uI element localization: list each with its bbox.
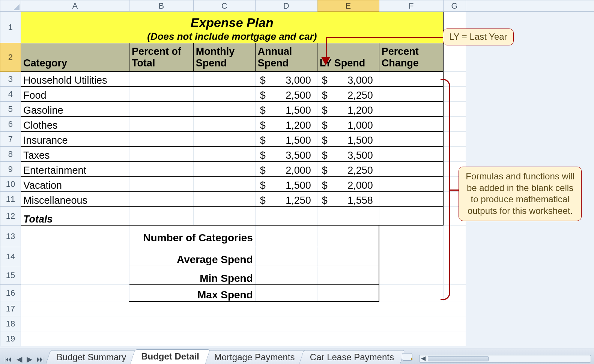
cell-A14[interactable] xyxy=(21,247,129,266)
col-header-C[interactable]: C xyxy=(193,0,255,12)
row-header-6[interactable]: 6 xyxy=(0,117,21,132)
cell-row19[interactable] xyxy=(21,331,466,346)
cell-E11[interactable]: $1,558 xyxy=(317,192,379,207)
cell-B4[interactable] xyxy=(129,87,193,102)
row-header-18[interactable]: 18 xyxy=(0,316,21,331)
cell-A15[interactable] xyxy=(21,266,129,285)
cell-title[interactable]: Expense Plan (Does not include mortgage … xyxy=(21,12,443,43)
cell-C10[interactable] xyxy=(193,177,255,192)
cell-F10[interactable] xyxy=(379,177,443,192)
cell-D8[interactable]: $3,500 xyxy=(255,147,317,162)
cell-D11[interactable]: $1,250 xyxy=(255,192,317,207)
row-header-8[interactable]: 8 xyxy=(0,147,21,162)
row-header-5[interactable]: 5 xyxy=(0,102,21,117)
cell-D16[interactable] xyxy=(255,285,317,301)
cell-B10[interactable] xyxy=(129,177,193,192)
cell-F11[interactable] xyxy=(379,192,443,207)
cell-A7[interactable]: Insurance xyxy=(21,132,129,147)
cell-D3[interactable]: $3,000 xyxy=(255,72,317,87)
cell-D2[interactable]: Annual Spend xyxy=(255,43,317,72)
cell-E5[interactable]: $1,200 xyxy=(317,102,379,117)
row-header-1[interactable]: 1 xyxy=(0,12,21,43)
cell-F12[interactable] xyxy=(379,207,443,226)
cell-B11[interactable] xyxy=(129,192,193,207)
cell-B3[interactable] xyxy=(129,72,193,87)
cell-C12[interactable] xyxy=(193,207,255,226)
cell-C8[interactable] xyxy=(193,147,255,162)
cell-BC16[interactable]: Max Spend xyxy=(129,285,255,301)
cell-B8[interactable] xyxy=(129,147,193,162)
cell-F4[interactable] xyxy=(379,87,443,102)
cell-F5[interactable] xyxy=(379,102,443,117)
cell-E7[interactable]: $1,500 xyxy=(317,132,379,147)
cell-A12[interactable]: Totals xyxy=(21,207,129,226)
row-header-7[interactable]: 7 xyxy=(0,132,21,147)
cell-D12[interactable] xyxy=(255,207,317,226)
col-header-A[interactable]: A xyxy=(21,0,129,12)
cell-F15[interactable] xyxy=(379,266,443,285)
row-header-4[interactable]: 4 xyxy=(0,87,21,102)
cell-D13[interactable] xyxy=(255,226,317,247)
cell-A16[interactable] xyxy=(21,285,129,301)
cell-D14[interactable] xyxy=(255,247,317,266)
cell-E4[interactable]: $2,250 xyxy=(317,87,379,102)
cell-A2[interactable]: Category xyxy=(21,43,129,72)
col-header-F[interactable]: F xyxy=(379,0,443,12)
cell-C3[interactable] xyxy=(193,72,255,87)
cell-E16[interactable] xyxy=(317,285,379,301)
cell-F2[interactable]: Percent Change xyxy=(379,43,443,72)
cell-F13[interactable] xyxy=(379,226,443,247)
row-header-13[interactable]: 13 xyxy=(0,226,21,247)
cell-row17[interactable] xyxy=(21,301,466,316)
cell-C6[interactable] xyxy=(193,117,255,132)
row-header-15[interactable]: 15 xyxy=(0,266,21,285)
row-header-10[interactable]: 10 xyxy=(0,177,21,192)
cell-E6[interactable]: $1,000 xyxy=(317,117,379,132)
tab-nav-next-icon[interactable]: ▶ xyxy=(27,355,32,363)
row-header-14[interactable]: 14 xyxy=(0,247,21,266)
row-header-12[interactable]: 12 xyxy=(0,207,21,226)
cell-A4[interactable]: Food xyxy=(21,87,129,102)
cell-E10[interactable]: $2,000 xyxy=(317,177,379,192)
cell-E3[interactable]: $3,000 xyxy=(317,72,379,87)
row-header-9[interactable]: 9 xyxy=(0,162,21,177)
cell-C2[interactable]: Monthly Spend xyxy=(193,43,255,72)
cell-A6[interactable]: Clothes xyxy=(21,117,129,132)
cell-F7[interactable] xyxy=(379,132,443,147)
cell-F6[interactable] xyxy=(379,117,443,132)
row-header-16[interactable]: 16 xyxy=(0,285,21,301)
cell-D4[interactable]: $2,500 xyxy=(255,87,317,102)
cell-E15[interactable] xyxy=(317,266,379,285)
cell-D5[interactable]: $1,500 xyxy=(255,102,317,117)
cell-C4[interactable] xyxy=(193,87,255,102)
cell-A11[interactable]: Miscellaneous xyxy=(21,192,129,207)
cell-C7[interactable] xyxy=(193,132,255,147)
cell-A13[interactable] xyxy=(21,226,129,247)
cell-E14[interactable] xyxy=(317,247,379,266)
col-header-E[interactable]: E xyxy=(317,0,379,12)
tab-budget-detail[interactable]: Budget Detail xyxy=(130,349,210,364)
cell-B5[interactable] xyxy=(129,102,193,117)
cell-F9[interactable] xyxy=(379,162,443,177)
cell-D7[interactable]: $1,500 xyxy=(255,132,317,147)
cell-E9[interactable]: $2,250 xyxy=(317,162,379,177)
row-header-11[interactable]: 11 xyxy=(0,192,21,207)
cell-BC13[interactable]: Number of Categories xyxy=(129,226,255,247)
cell-C9[interactable] xyxy=(193,162,255,177)
cell-A10[interactable]: Vacation xyxy=(21,177,129,192)
cell-D6[interactable]: $1,200 xyxy=(255,117,317,132)
cell-F8[interactable] xyxy=(379,147,443,162)
cell-F3[interactable] xyxy=(379,72,443,87)
cell-BC14[interactable]: Average Spend xyxy=(129,247,255,266)
col-header-D[interactable]: D xyxy=(255,0,317,12)
cell-F16[interactable] xyxy=(379,285,443,301)
cell-D9[interactable]: $2,000 xyxy=(255,162,317,177)
cell-A3[interactable]: Household Utilities xyxy=(21,72,129,87)
cell-A5[interactable]: Gasoline xyxy=(21,102,129,117)
cell-B7[interactable] xyxy=(129,132,193,147)
tab-nav-last-icon[interactable]: ⏭ xyxy=(37,355,44,363)
row-header-17[interactable]: 17 xyxy=(0,301,21,316)
cell-D15[interactable] xyxy=(255,266,317,285)
new-sheet-icon[interactable] xyxy=(402,353,412,361)
cell-BC15[interactable]: Min Spend xyxy=(129,266,255,285)
